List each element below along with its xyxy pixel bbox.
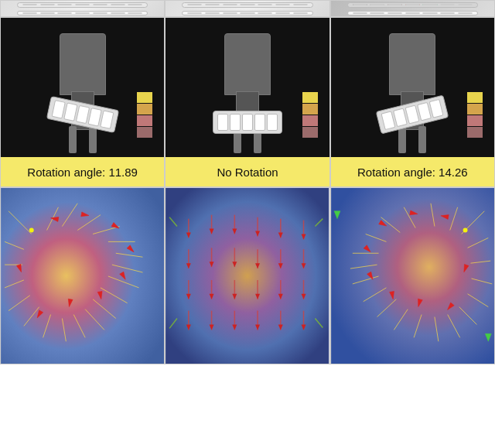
robot-arm-image-3 xyxy=(331,18,494,157)
robot-arm-image-1 xyxy=(1,18,164,157)
caption-no-rotation: No Rotation xyxy=(166,157,329,186)
pill-organizer-image-2 xyxy=(166,1,329,16)
robot-arm-cell-1: Rotation angle: 11.89 xyxy=(0,17,165,187)
flow-field-3 xyxy=(330,187,495,364)
pill-organizer-image-3 xyxy=(331,1,494,16)
svg-point-30 xyxy=(29,228,34,233)
robot-arm-image-2 xyxy=(166,18,329,157)
flow-svg-3 xyxy=(331,188,494,364)
pill-organizer-left xyxy=(0,0,165,17)
svg-point-114 xyxy=(463,228,467,233)
robot-arm-cell-2: No Rotation xyxy=(165,17,329,187)
pill-organizer-image-1 xyxy=(1,1,164,16)
main-grid: Rotation angle: 11.89 xyxy=(0,0,495,364)
flow-svg-1 xyxy=(1,188,164,364)
pill-organizer-right xyxy=(330,0,495,17)
caption-rotation-1: Rotation angle: 11.89 xyxy=(1,157,164,186)
flow-field-2 xyxy=(165,187,329,364)
flow-svg-2 xyxy=(166,188,329,364)
robot-arm-cell-3: Rotation angle: 14.26 xyxy=(330,17,495,187)
flow-field-1 xyxy=(0,187,165,364)
svg-rect-31 xyxy=(166,188,329,364)
caption-rotation-3: Rotation angle: 14.26 xyxy=(331,157,494,186)
pill-organizer-center xyxy=(165,0,329,17)
